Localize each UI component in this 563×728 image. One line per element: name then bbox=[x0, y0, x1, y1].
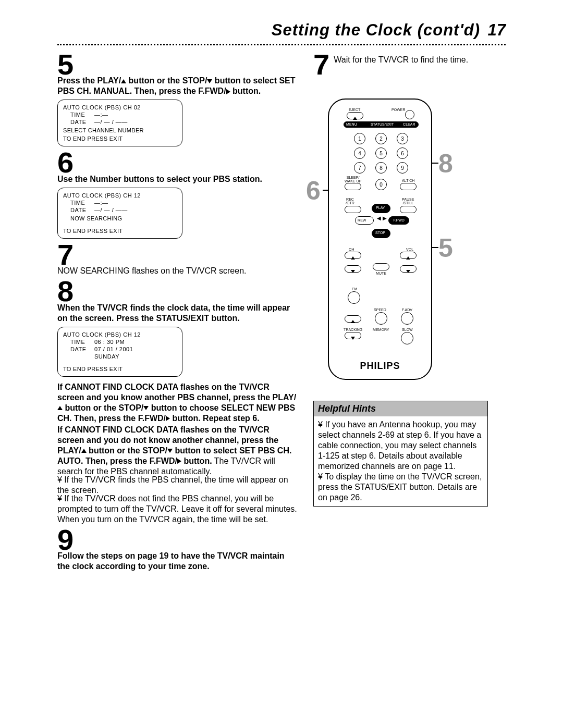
down-icon bbox=[207, 79, 212, 83]
right-icon bbox=[177, 459, 181, 464]
slow-label: SLOW bbox=[402, 328, 413, 331]
fm-label: FM bbox=[352, 287, 357, 291]
num-3: 3 bbox=[397, 133, 408, 144]
mute-label: MUTE bbox=[376, 272, 386, 275]
up-icon bbox=[121, 79, 126, 83]
pause-button bbox=[400, 206, 417, 213]
up-icon bbox=[351, 256, 355, 260]
num-8: 8 bbox=[375, 162, 387, 174]
sleep-button bbox=[345, 183, 361, 190]
screen-display-3: AUTO CLOCK (PBS) CH 12 TIME06 : 30 PM DA… bbox=[57, 327, 182, 377]
screen-display-2: AUTO CLOCK (PBS) CH 12 TIME—:— DATE—/ — … bbox=[57, 188, 182, 239]
screen-display-1: AUTO CLOCK (PBS) CH 02 TIME—:— DATE—/ — … bbox=[57, 100, 182, 146]
step-8-text: When the TV/VCR finds the clock data, th… bbox=[57, 303, 298, 324]
menu-label: MENU bbox=[346, 122, 357, 126]
cannot-find-para-1: If CANNOT FIND CLOCK DATA flashes on the… bbox=[57, 382, 298, 424]
fadv-button bbox=[401, 312, 413, 325]
helpful-hints-box: Helpful Hints ¥ If you have an Antenna h… bbox=[313, 401, 488, 507]
right-icon bbox=[166, 416, 170, 421]
status-label: STATUS/EXIT bbox=[371, 122, 394, 126]
step-8-number: 8 bbox=[57, 278, 298, 304]
num-2: 2 bbox=[375, 133, 387, 144]
mute-button bbox=[373, 263, 389, 270]
tracking-up bbox=[345, 315, 361, 323]
up-icon bbox=[57, 406, 63, 410]
num-7: 7 bbox=[354, 162, 365, 174]
nav-arrows-icon: ◀ ▶ bbox=[377, 215, 387, 221]
step-9-text: Follow the steps on page 19 to have the … bbox=[57, 551, 298, 572]
down-icon bbox=[406, 270, 410, 273]
down-icon bbox=[351, 270, 355, 273]
right-icon bbox=[226, 89, 230, 94]
down-icon bbox=[143, 406, 149, 410]
slow-button bbox=[401, 332, 413, 344]
speed-button bbox=[375, 312, 387, 325]
num-5: 5 bbox=[375, 147, 387, 159]
eject-button bbox=[347, 112, 363, 119]
rec-label: REC /OTR bbox=[346, 198, 354, 205]
hint-2: ¥ To display the time on the TV/VCR scre… bbox=[318, 472, 483, 503]
down-icon bbox=[351, 337, 355, 340]
fadv-label: F.ADV bbox=[402, 308, 412, 312]
step-6-text: Use the Number buttons to select your PB… bbox=[57, 174, 298, 184]
vol-up bbox=[400, 252, 417, 259]
num-6: 6 bbox=[397, 147, 408, 159]
page-number: 17 bbox=[488, 21, 506, 39]
tracking-label: TRACKING bbox=[344, 328, 362, 331]
callout-6: 6 bbox=[306, 176, 321, 206]
rew-button: REW bbox=[355, 216, 374, 225]
step-6-number: 6 bbox=[57, 150, 298, 176]
power-label: POWER bbox=[391, 108, 405, 112]
right-step-7-text: Wait for the TV/VCR to find the time. bbox=[334, 55, 468, 78]
right-step-7-number: 7 bbox=[313, 52, 329, 78]
stop-label: STOP bbox=[375, 231, 385, 235]
bullet-1: ¥ If the TV/VCR finds the PBS channel, t… bbox=[57, 475, 298, 496]
eject-label: EJECT bbox=[349, 108, 360, 112]
memory-label: MEMORY bbox=[373, 328, 389, 331]
remote-body: EJECT POWER MENU STATUS/EXIT CLEAR 1 2 3… bbox=[328, 98, 432, 380]
step-5-text: Press the PLAY/ button or the STOP/ butt… bbox=[57, 76, 298, 96]
callout-8: 8 bbox=[438, 149, 453, 179]
vol-label: VOL bbox=[406, 248, 413, 251]
clear-label: CLEAR bbox=[403, 122, 415, 126]
fm-button bbox=[348, 291, 360, 304]
left-column: 5 Press the PLAY/ button or the STOP/ bu… bbox=[57, 50, 298, 572]
up-icon bbox=[351, 320, 355, 323]
hint-1: ¥ If you have an Antenna hookup, you may… bbox=[318, 419, 483, 472]
eject-icon bbox=[353, 117, 357, 120]
tracking-down bbox=[345, 332, 361, 339]
vol-down bbox=[400, 265, 417, 273]
ch-down bbox=[345, 265, 361, 273]
play-label: PLAY bbox=[376, 206, 385, 209]
right-column: 7 Wait for the TV/VCR to find the time. … bbox=[313, 50, 506, 572]
ch-up bbox=[345, 252, 361, 259]
brand-label: PHILIPS bbox=[329, 361, 431, 372]
num-0: 0 bbox=[375, 179, 387, 190]
num-1: 1 bbox=[354, 133, 365, 144]
ch-label: CH bbox=[349, 248, 354, 251]
hints-heading: Helpful Hints bbox=[314, 401, 487, 416]
num-9: 9 bbox=[397, 162, 408, 174]
page-title: Setting the Clock (cont'd) bbox=[272, 21, 480, 39]
page-header: Setting the Clock (cont'd) 17 bbox=[57, 21, 506, 40]
power-button bbox=[405, 110, 414, 119]
altch-button bbox=[400, 183, 417, 190]
bullet-2: ¥ If the TV/VCR does not find the PBS ch… bbox=[57, 493, 298, 525]
cannot-find-para-2: If CANNOT FIND CLOCK DATA flashes on the… bbox=[57, 425, 298, 477]
sleep-label: SLEEP/ WAKE UP bbox=[345, 176, 361, 183]
up-icon bbox=[81, 449, 87, 453]
step-9-number: 9 bbox=[57, 527, 298, 553]
rec-button bbox=[345, 206, 361, 213]
num-4: 4 bbox=[354, 147, 365, 159]
step-7-number: 7 bbox=[57, 242, 298, 268]
remote-diagram: 6 8 5 EJECT POWER MENU STATUS/EXIT CLEAR… bbox=[328, 98, 506, 380]
callout-5: 5 bbox=[438, 233, 453, 263]
speed-label: SPEED bbox=[374, 308, 386, 312]
ffwd-button: F.FWD bbox=[388, 216, 409, 225]
down-icon bbox=[167, 449, 173, 453]
up-icon bbox=[406, 256, 410, 260]
altch-label: ALT CH bbox=[402, 179, 414, 182]
step-5-number: 5 bbox=[57, 52, 298, 78]
step-7-text: NOW SEARCHING flashes on the TV/VCR scre… bbox=[57, 266, 298, 276]
pause-label: PAUSE /STILL bbox=[402, 198, 414, 205]
